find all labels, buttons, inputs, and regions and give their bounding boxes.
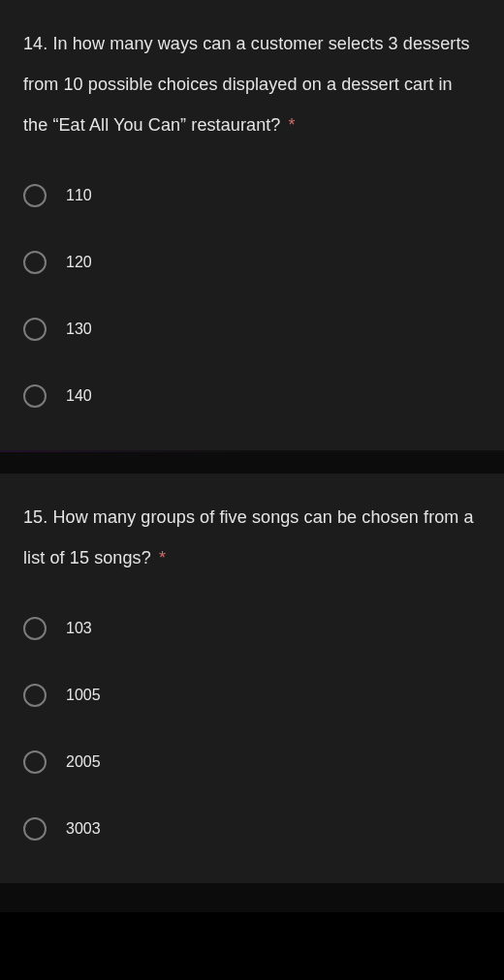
option-row[interactable]: 110 [23,178,481,213]
option-label: 103 [66,620,92,637]
option-row[interactable]: 140 [23,379,481,413]
option-row[interactable]: 120 [23,245,481,280]
option-label: 140 [66,387,92,405]
option-label: 3003 [66,820,101,838]
radio-icon[interactable] [23,251,47,274]
radio-icon[interactable] [23,684,47,707]
option-row[interactable]: 103 [23,611,481,646]
option-row[interactable]: 130 [23,312,481,347]
question-card-14: 14. In how many ways can a customer sele… [0,0,504,450]
required-asterisk: * [289,115,296,135]
question-card-15: 15. How many groups of five songs can be… [0,474,504,883]
radio-icon[interactable] [23,318,47,341]
option-label: 110 [66,187,92,204]
radio-icon[interactable] [23,817,47,841]
card-divider [0,450,504,474]
radio-icon[interactable] [23,384,47,408]
question-number: 14. [23,34,47,53]
option-label: 120 [66,254,92,271]
option-label: 2005 [66,753,101,771]
radio-icon[interactable] [23,750,47,774]
required-asterisk: * [159,548,166,567]
option-row[interactable]: 3003 [23,812,481,846]
option-row[interactable]: 1005 [23,678,481,713]
radio-icon[interactable] [23,184,47,207]
question-text: 14. In how many ways can a customer sele… [23,23,481,145]
options-group: 103 1005 2005 3003 [23,611,481,846]
radio-icon[interactable] [23,617,47,640]
option-row[interactable]: 2005 [23,745,481,780]
bottom-spacer [0,883,504,912]
option-label: 1005 [66,687,101,704]
options-group: 110 120 130 140 [23,178,481,413]
question-body: How many groups of five songs can be cho… [23,507,474,567]
question-number: 15. [23,507,47,527]
option-label: 130 [66,321,92,338]
question-body: In how many ways can a customer selects … [23,34,470,135]
question-text: 15. How many groups of five songs can be… [23,497,481,578]
